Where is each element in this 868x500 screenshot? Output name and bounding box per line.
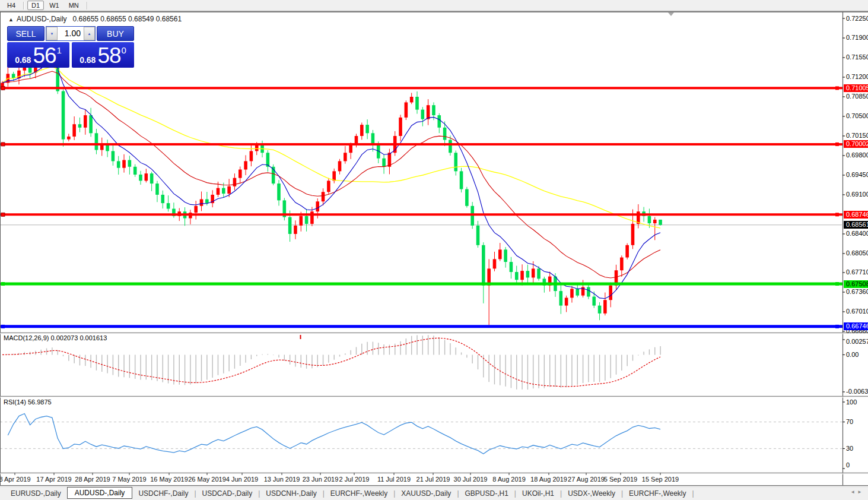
date-axis-label: 23 Jun 2019 xyxy=(303,476,339,483)
price-axis-tick: 0.69100 xyxy=(846,191,868,198)
volume-input[interactable]: 1.00 xyxy=(58,27,84,40)
symbol-tab-xauusd-daily[interactable]: XAUUSD-,Daily xyxy=(395,488,457,499)
date-axis-label: 13 Jun 2019 xyxy=(264,476,300,483)
symbol-tab-gbpusd-h1[interactable]: GBPUSD-,H1 xyxy=(459,488,514,499)
chart-symbol-label: AUDUSD-,Daily xyxy=(17,15,67,23)
buy-button[interactable]: BUY xyxy=(97,26,134,41)
date-axis-label: 5 Sep 2019 xyxy=(604,476,637,483)
symbol-tab-audusd-daily[interactable]: AUDUSD-,Daily xyxy=(67,487,133,499)
date-axis-label: 21 Jul 2019 xyxy=(416,476,450,483)
buy-price-digits: 58 xyxy=(97,48,120,65)
date-axis-label: 4 Jun 2019 xyxy=(226,476,258,483)
level-price-badge: 0.68746 xyxy=(844,211,868,219)
one-click-trading-panel: SELL ▼ 1.00 ▲ BUY 0.68561 0.68580 xyxy=(7,26,134,68)
price-axis-tick: 0.68050 xyxy=(846,249,868,257)
price-axis-tick: 0.70500 xyxy=(846,112,868,120)
date-axis-label: 2 Jul 2019 xyxy=(339,476,370,483)
level-price-badge: 0.71005 xyxy=(844,84,868,92)
macd-label: MACD(12,26,9) 0.002073 0.001613 xyxy=(4,334,107,341)
rsi-axis-70: 70 xyxy=(846,418,853,426)
chart-ohlc-values: 0.68655 0.68655 0.68549 0.68561 xyxy=(73,15,182,23)
symbol-tab-usdchf-daily[interactable]: USDCHF-,Daily xyxy=(132,488,194,499)
symbol-tab-ukoil-h1[interactable]: UKOil-,H1 xyxy=(516,488,560,499)
panel-collapse-icon[interactable]: ▲ xyxy=(8,17,14,23)
buy-price-pipette: 0 xyxy=(122,46,126,55)
buy-price-prefix: 0.68 xyxy=(80,56,96,65)
level-price-badge: 0.70002 xyxy=(844,140,868,148)
date-axis-label: 7 May 2019 xyxy=(112,476,146,483)
macd-axis-min: -0.006326 xyxy=(846,388,868,395)
price-axis-tick: 0.71900 xyxy=(846,34,868,42)
price-axis-tick: 0.69450 xyxy=(846,171,868,179)
current-price-badge: 0.68561 xyxy=(844,221,868,229)
price-axis-tick: 0.67010 xyxy=(846,308,868,315)
tab-nav-right-icon[interactable]: ► xyxy=(857,489,864,495)
price-axis-tick: 0.68400 xyxy=(846,230,868,238)
sell-price-box[interactable]: 0.68561 xyxy=(7,42,69,68)
rsi-axis-0: 0 xyxy=(846,461,850,469)
price-axis-tick: 0.69800 xyxy=(846,151,868,159)
volume-decrease-icon[interactable]: ▼ xyxy=(46,27,58,40)
date-axis-label: 30 Jul 2019 xyxy=(454,476,488,483)
price-axis-tick: 0.67710 xyxy=(846,268,868,276)
price-axis-tick: 0.72250 xyxy=(846,15,868,23)
price-axis-tick: 0.67360 xyxy=(846,288,868,296)
price-axis-tick: 0.71550 xyxy=(846,53,868,61)
sell-price-prefix: 0.68 xyxy=(15,56,31,65)
date-axis-label: 16 May 2019 xyxy=(150,476,188,483)
tab-separator: | xyxy=(692,489,694,498)
chart-title: ▲AUDUSD-,Daily0.68655 0.68655 0.68549 0.… xyxy=(8,15,182,23)
date-axis-label: 18 Aug 2019 xyxy=(530,476,567,483)
rsi-label: RSI(14) 56.9875 xyxy=(4,398,52,406)
rsi-axis-30: 30 xyxy=(846,445,853,452)
symbol-tab-eurusd-daily[interactable]: EURUSD-,Daily xyxy=(5,488,67,499)
date-axis-label: 27 Aug 2019 xyxy=(568,476,605,483)
price-axis-tick: 0.70150 xyxy=(846,132,868,140)
sell-button[interactable]: SELL xyxy=(7,26,44,41)
tab-nav-left-icon[interactable]: ◄ xyxy=(850,489,857,495)
level-price-badge: 0.66746 xyxy=(844,322,868,330)
date-axis-label: 28 Apr 2019 xyxy=(75,476,110,483)
level-price-badge: 0.67508 xyxy=(844,280,868,288)
date-axis-label: 8 Aug 2019 xyxy=(492,476,526,483)
date-axis-label: 15 Sep 2019 xyxy=(642,476,679,483)
volume-group: ▼ 1.00 ▲ xyxy=(46,26,96,41)
date-axis-label: 11 Jul 2019 xyxy=(377,476,411,483)
symbol-tab-eurchf-weekly[interactable]: EURCHF-,Weekly xyxy=(623,488,692,499)
volume-increase-icon[interactable]: ▲ xyxy=(84,27,95,40)
macd-axis-zero: 0.00 xyxy=(846,351,859,359)
date-axis-label: 26 May 2019 xyxy=(188,476,226,483)
rsi-axis-100: 100 xyxy=(846,398,857,406)
date-axis-label: 8 Apr 2019 xyxy=(0,476,31,483)
symbol-tab-usdcad-daily[interactable]: USDCAD-,Daily xyxy=(196,488,259,499)
symbol-tab-usdcnh-daily[interactable]: USDCNH-,Daily xyxy=(260,488,322,499)
macd-axis-max: 0.002574 xyxy=(846,338,868,346)
tab-nav-arrows[interactable]: ◄► xyxy=(850,489,864,495)
symbol-tab-usdx-weekly[interactable]: USDX-,Weekly xyxy=(562,488,621,499)
trading-platform-window: H4D1W1MN ▲AUDUSD-,Daily0.68655 0.68655 0… xyxy=(0,0,868,500)
price-axis-tick: 0.70850 xyxy=(846,93,868,100)
sell-price-digits: 56 xyxy=(33,48,56,65)
symbol-tab-eurchf-weekly[interactable]: EURCHF-,Weekly xyxy=(325,488,393,499)
buy-price-box[interactable]: 0.68580 xyxy=(72,42,134,68)
date-axis-label: 17 Apr 2019 xyxy=(36,476,71,483)
price-axis-tick: 0.71200 xyxy=(846,73,868,81)
sell-price-pipette: 1 xyxy=(57,46,62,55)
chart-canvas[interactable] xyxy=(0,0,868,500)
symbol-tab-bar: EURUSD-,DailyAUDUSD-,DailyUSDCHF-,Daily|… xyxy=(0,486,868,500)
